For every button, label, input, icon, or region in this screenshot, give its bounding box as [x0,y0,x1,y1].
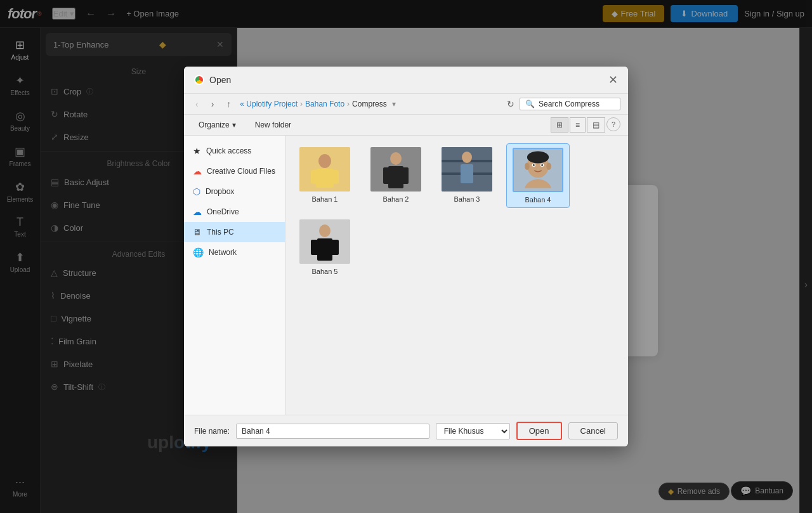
svg-point-17 [462,152,472,163]
file-name-bahan2: Bahan 2 [383,195,409,203]
svg-point-9 [390,152,402,165]
svg-rect-18 [461,164,473,183]
svg-point-26 [533,164,535,166]
file-name-bahan1: Bahan 1 [312,195,338,203]
svg-point-22 [525,163,530,170]
open-dialog: Open ✕ ‹ › ↑ « Uplotify Project › Bahan … [184,67,628,446]
organize-button[interactable]: Organize ▾ [192,117,243,133]
file-thumb-bahan5 [299,219,350,264]
search-input[interactable] [539,100,615,108]
onedrive-icon: ☁ [193,207,202,217]
file-name-bahan5: Bahan 5 [312,268,338,275]
svg-point-27 [541,164,543,166]
dialog-overlay: Open ✕ ‹ › ↑ « Uplotify Project › Bahan … [0,0,812,513]
nav-up-button[interactable]: ↑ [223,98,235,110]
quick-access-label: Quick access [206,146,251,155]
dropbox-label: Dropbox [206,187,234,196]
open-button[interactable]: Open [516,422,562,440]
network-label: Network [209,248,237,257]
dialog-title: Open [194,75,231,85]
search-box: 🔍 [520,98,620,110]
file-item-bahan4[interactable]: Bahan 4 [506,143,570,208]
file-thumb-bahan3 [442,147,492,192]
breadcrumb: « Uplotify Project › Bahan Foto › Compre… [240,100,502,108]
svg-rect-12 [402,167,409,184]
onedrive-label: OneDrive [207,207,239,216]
svg-rect-5 [316,169,334,188]
view-details-button[interactable]: ▤ [587,117,605,133]
dialog-sidebar: ★ Quick access ☁ Creative Cloud Files ⬡ … [184,136,285,415]
breadcrumb-current: Compress [352,100,387,108]
svg-rect-11 [383,167,390,184]
sidebar-item-dropbox[interactable]: ⬡ Dropbox [184,181,285,202]
view-buttons: ⊞ ≡ ▤ ? [551,117,620,133]
sidebar-item-creative-cloud[interactable]: ☁ Creative Cloud Files [184,161,285,181]
view-list-button[interactable]: ≡ [570,117,586,133]
sidebar-item-this-pc[interactable]: 🖥 This PC [184,222,285,242]
refresh-button[interactable]: ↻ [507,99,514,109]
cancel-button[interactable]: Cancel [568,422,618,439]
svg-point-29 [319,224,331,237]
file-item-bahan1[interactable]: Bahan 1 [293,143,357,208]
help-button[interactable]: ? [606,117,620,131]
filetype-select[interactable]: File Khusus [436,423,510,439]
svg-rect-10 [388,166,403,188]
view-grid-button[interactable]: ⊞ [551,117,568,133]
sidebar-item-quick-access[interactable]: ★ Quick access [184,141,285,161]
breadcrumb-root[interactable]: « Uplotify Project [240,100,298,108]
svg-rect-6 [311,170,318,184]
filename-label: File name: [194,427,230,436]
new-folder-button[interactable]: New folder [248,117,298,133]
file-item-bahan2[interactable]: Bahan 2 [364,143,428,208]
dialog-toolbar: Organize ▾ New folder ⊞ ≡ ▤ ? [184,115,628,136]
dialog-title-bar: Open ✕ [184,67,628,94]
network-icon: 🌐 [193,247,204,257]
chrome-icon [194,75,204,85]
creative-cloud-label: Creative Cloud Files [207,167,275,176]
dialog-file-content: Bahan 1 Bahan 2 [285,136,628,415]
nav-forward-button[interactable]: › [207,98,218,110]
sidebar-item-network[interactable]: 🌐 Network [184,242,285,263]
search-icon: 🔍 [525,100,535,108]
svg-point-4 [318,154,331,168]
dialog-nav: ‹ › ↑ « Uplotify Project › Bahan Foto › … [184,94,628,115]
svg-rect-30 [317,238,332,261]
breadcrumb-middle[interactable]: Bahan Foto [305,100,344,108]
filename-input[interactable] [236,424,429,439]
file-item-bahan3[interactable]: Bahan 3 [435,143,499,208]
dialog-body: ★ Quick access ☁ Creative Cloud Files ⬡ … [184,136,628,415]
dropbox-icon: ⬡ [193,186,200,197]
file-thumb-bahan1 [299,147,350,192]
svg-point-21 [527,152,549,164]
chevron-down-icon: ▾ [232,120,236,129]
svg-point-23 [546,163,551,170]
svg-rect-7 [331,170,339,184]
this-pc-label: This PC [207,228,234,237]
file-item-bahan5[interactable]: Bahan 5 [293,216,357,279]
quick-access-icon: ★ [193,146,201,156]
file-thumb-bahan2 [370,147,421,192]
svg-rect-32 [331,240,339,255]
file-name-bahan3: Bahan 3 [454,195,480,203]
svg-rect-31 [311,240,319,255]
file-name-bahan4: Bahan 4 [525,196,551,204]
creative-cloud-icon: ☁ [193,166,202,176]
file-thumb-bahan4 [513,148,563,192]
sidebar-item-onedrive[interactable]: ☁ OneDrive [184,202,285,222]
nav-back-button[interactable]: ‹ [192,98,202,110]
dialog-close-button[interactable]: ✕ [608,73,618,87]
this-pc-icon: 🖥 [193,227,202,237]
dialog-footer: File name: File Khusus Open Cancel [184,415,628,446]
